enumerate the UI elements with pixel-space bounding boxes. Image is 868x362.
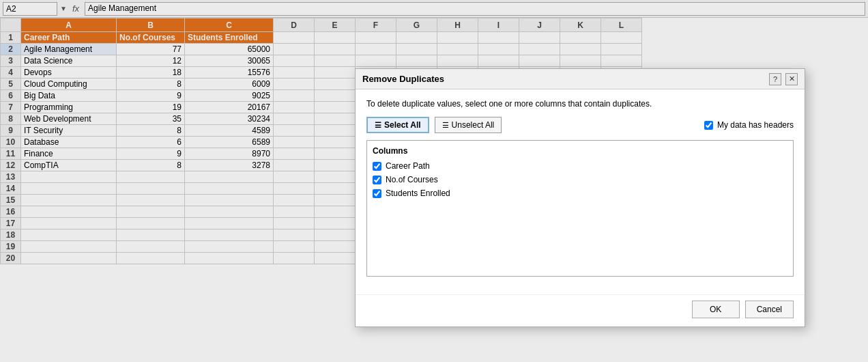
select-all-icon: ☰	[375, 121, 381, 130]
column-items-container: Career PathNo.of CoursesStudents Enrolle…	[373, 161, 787, 198]
column-item-checkbox[interactable]	[373, 176, 381, 184]
select-all-label: Select All	[384, 120, 421, 130]
dialog-title-buttons: ? ✕	[769, 73, 798, 85]
column-item: Career Path	[373, 161, 787, 171]
ok-button[interactable]: OK	[692, 301, 740, 318]
my-data-headers-label: My data has headers	[717, 120, 794, 130]
dialog-titlebar: Remove Duplicates ? ✕	[356, 69, 805, 89]
dialog-footer: OK Cancel	[356, 294, 805, 326]
column-item: No.of Courses	[373, 175, 787, 184]
my-data-headers-option: My data has headers	[704, 120, 794, 130]
column-item-checkbox[interactable]	[373, 189, 381, 198]
cancel-button[interactable]: Cancel	[745, 301, 794, 318]
column-item-label: Students Enrolled	[386, 189, 450, 198]
column-item: Students Enrolled	[373, 189, 787, 198]
remove-duplicates-dialog: Remove Duplicates ? ✕ To delete duplicat…	[355, 68, 805, 327]
select-all-button[interactable]: ☰ Select All	[366, 117, 429, 133]
columns-box: Columns Career PathNo.of CoursesStudents…	[366, 140, 794, 277]
dialog-description: To delete duplicate values, select one o…	[366, 99, 794, 109]
column-item-label: No.of Courses	[386, 175, 438, 184]
column-item-label: Career Path	[386, 161, 430, 171]
dialog-close-button[interactable]: ✕	[785, 73, 798, 85]
dialog-buttons-row: ☰ Select All ☰ Unselect All My data has …	[366, 117, 794, 133]
dialog-help-button[interactable]: ?	[769, 73, 781, 85]
unselect-all-label: Unselect All	[452, 120, 495, 130]
column-item-checkbox[interactable]	[373, 162, 381, 171]
dialog-title: Remove Duplicates	[362, 74, 444, 84]
unselect-all-button[interactable]: ☰ Unselect All	[435, 117, 502, 133]
spreadsheet-container: A2 ▼ fx Agile Management	[0, 0, 868, 362]
dialog-body: To delete duplicate values, select one o…	[356, 89, 805, 294]
columns-box-label: Columns	[373, 146, 787, 156]
dialog-left-buttons: ☰ Select All ☰ Unselect All	[366, 117, 502, 133]
my-data-headers-checkbox[interactable]	[704, 121, 713, 130]
unselect-all-icon: ☰	[442, 121, 449, 130]
